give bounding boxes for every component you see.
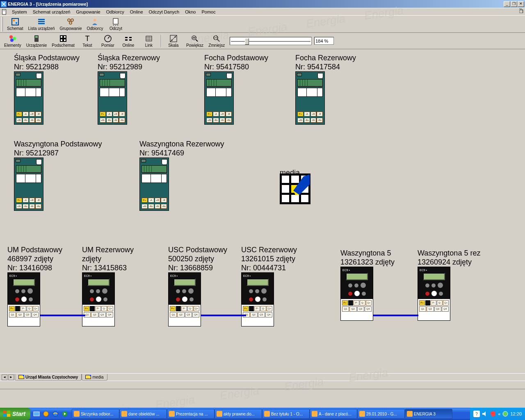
taskbar-clock[interactable]: 12:20 [510,411,522,416]
taskbar-task[interactable]: akty prawne.do... [215,409,262,419]
meter-device[interactable]: P+-A+R-R+Ri-Rc-Ri-Rc [139,158,169,211]
tool-schemat-button[interactable]: Schemat [5,17,25,32]
task-icon [217,411,222,417]
tray-icon[interactable]: ? [473,411,480,417]
menu-odczyt-danych[interactable]: Odczyt Danych [146,9,183,15]
taskbar-task[interactable]: Skrzynka odbior... [72,409,119,419]
tool-online-button[interactable]: Online [118,34,139,48]
online-icon [124,34,132,43]
tray-volume-icon[interactable] [482,411,488,417]
powiększ-icon [191,34,199,43]
menu-pomoc[interactable]: Pomoc [199,9,218,15]
menu-schemat-urządzeń[interactable]: Schemat urządzeń [30,9,73,15]
taskbar-task[interactable]: Bez tytułu 1 - O... [262,409,310,419]
tray-expand[interactable]: « [498,411,500,416]
menu-grupowanie[interactable]: Grupowanie [73,9,103,15]
meter-group: Waszyngtona 5 rez13260924 zdjętyEC9 ▪P+P… [418,249,480,321]
skala-icon [169,34,178,43]
start-button[interactable]: Start [0,408,30,420]
zoom-input[interactable] [314,37,334,45]
meter-line1: UM Rezerwowy [82,245,134,254]
svg-point-15 [9,35,13,39]
svg-line-42 [217,39,219,41]
ec9-device[interactable]: EC9 ▪P+P-Q-Q+Q1Q2Q3Q4 [168,272,201,326]
svg-point-10 [68,19,70,21]
ql-outlook-icon[interactable] [41,409,50,418]
tool-powiększ-button[interactable]: Powiększ [184,34,206,48]
meter-line1: Waszyngtona 5 rez [418,249,480,258]
toolbar-grip[interactable] [2,17,3,32]
meter-name: Focha Podstawowy [204,53,268,62]
meter-device[interactable]: P+-A+R-R+Ri-Rc-Ri-Rc [98,71,127,125]
ql-media-icon[interactable] [60,409,69,418]
tool-lista-urządzeń-button[interactable]: Lista urządzeń [25,17,57,32]
meter-name: Śląska Podstawowy [14,53,80,62]
tab-icon [18,375,24,379]
menu-bar-row: SystemSchemat urządzeńGrupowanieOdbiorcy… [0,8,525,15]
tray-clock-icon[interactable] [502,411,509,417]
tool-grupowanie-button[interactable]: Grupowanie [57,17,84,32]
svg-rect-22 [64,36,66,38]
ec9-device[interactable]: EC9 ▪P+P-Q-Q+Q1Q2Q3Q4 [241,272,274,326]
doc-tab-media[interactable]: media [82,374,107,381]
meter-line2: 500250 zdjęty [168,254,227,263]
ec9-device[interactable]: EC9 ▪P+P-Q-Q+Q1Q2Q3Q4 [7,272,40,326]
zoom-slider[interactable] [230,37,312,45]
windows-logo-icon [3,411,11,417]
svg-point-13 [94,19,96,21]
ec9-device[interactable]: EC9 ▪P+P-Q-Q+Q1Q2Q3Q4 [418,267,450,321]
meter-device[interactable]: P+-A+R-R+Ri-Rc-Ri-Rc [295,71,325,125]
tray-shield-icon[interactable] [490,411,496,417]
tool-odczyt-button[interactable]: Odczyt [105,17,126,32]
taskbar-task[interactable]: ENERGIA 3 [405,409,452,419]
minimize-button[interactable]: _ [504,1,510,7]
tool-skala-button[interactable]: Skala [163,34,184,48]
ql-ie-icon[interactable] [51,409,60,418]
diagram-canvas[interactable]: media Śląska PodstawowyNr: 95212988P+-A+… [0,49,525,373]
doc-tab-urząd-miasta-częstochowy[interactable]: Urząd Miasta Częstochowy [15,374,82,381]
meter-group: Waszyngtona PodstawowyNr: 95212987P+-A+R… [14,139,102,211]
maximize-button[interactable]: ❐ [511,1,517,7]
menu-system[interactable]: System [9,9,30,15]
meter-nr: Nr: 95417469 [139,148,224,158]
svg-rect-49 [7,414,10,417]
tab-scroll-right[interactable]: ► [8,374,14,380]
mdi-minimize-button[interactable]: _ [519,4,523,9]
tool-urządzenie-button[interactable]: Urządzenie [24,34,50,48]
meter-name: Śląska Rezerwowy [98,53,160,62]
svg-rect-5 [13,20,15,21]
meter-device[interactable]: P+-A+R-R+Ri-Rc-Ri-Rc [14,71,43,125]
ql-desktop-icon[interactable] [32,409,41,418]
menu-okno[interactable]: Okno [182,9,199,15]
mdi-restore-button[interactable]: ❐ [519,9,523,14]
tool-odbiorcy-button[interactable]: Odbiorcy [84,17,105,32]
meter-device[interactable]: P+-A+R-R+Ri-Rc-Ri-Rc [14,158,43,211]
taskbar-task[interactable]: dane obiektów ... [119,409,167,419]
svg-rect-6 [16,22,17,24]
meter-name: Focha Rezerwowy [295,53,356,62]
title-bar: ENERGIA 3 - [Urządzenia pomiarowe] _ ❐ ✕ [0,0,525,8]
svg-rect-32 [146,36,152,41]
taskbar-task[interactable]: A - dane z placó... [310,409,357,419]
tool-pomiar-button[interactable]: Pomiar [98,34,118,48]
meter-line2: 13260924 zdjęty [418,258,480,267]
tool-tekst-button[interactable]: TTekst [77,34,98,48]
ec9-device[interactable]: EC9 ▪P+P-Q-Q+Q1Q2Q3Q4 [82,272,115,326]
menu-online[interactable]: Online [127,9,146,15]
tab-scroll-left[interactable]: ◄ [2,374,7,380]
toolbar-elements: ElementyUrządzeniePodschematTTekstPomiar… [0,33,525,49]
svg-marker-44 [293,174,310,195]
meter-device[interactable]: P+-A+R-R+Ri-Rc-Ri-Rc [204,71,234,125]
menu-odbiorcy[interactable]: Odbiorcy [103,9,127,15]
tool-podschemat-button[interactable]: Podschemat [49,34,77,48]
tool-zmniejsz-button[interactable]: Zmniejsz [206,34,227,48]
taskbar-task[interactable]: 28.01.2010 - G... [357,409,405,419]
ec9-device[interactable]: EC9 ▪P+P-Q-Q+Q1Q2Q3Q4 [340,267,373,321]
meter-group: Focha PodstawowyNr: 95417580P+-A+R-R+Ri-… [204,53,268,125]
taskbar-task[interactable]: Prezentacja na ... [167,409,215,419]
tool-elementy-button[interactable]: Elementy [2,34,24,48]
meter-line2: zdjęty [82,254,134,263]
tool-link-button[interactable]: Link [139,34,159,48]
media-subschematic-icon[interactable] [280,173,310,204]
meter-group: Śląska PodstawowyNr: 95212988P+-A+R-R+Ri… [14,53,80,125]
